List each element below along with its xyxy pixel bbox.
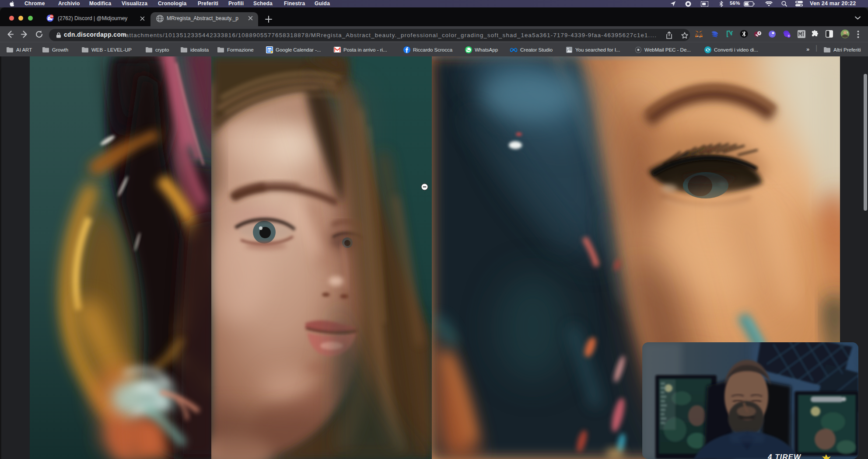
svg-text:4 TIREW: 4 TIREW: [767, 453, 802, 459]
svg-text:24+: 24+: [50, 15, 53, 17]
